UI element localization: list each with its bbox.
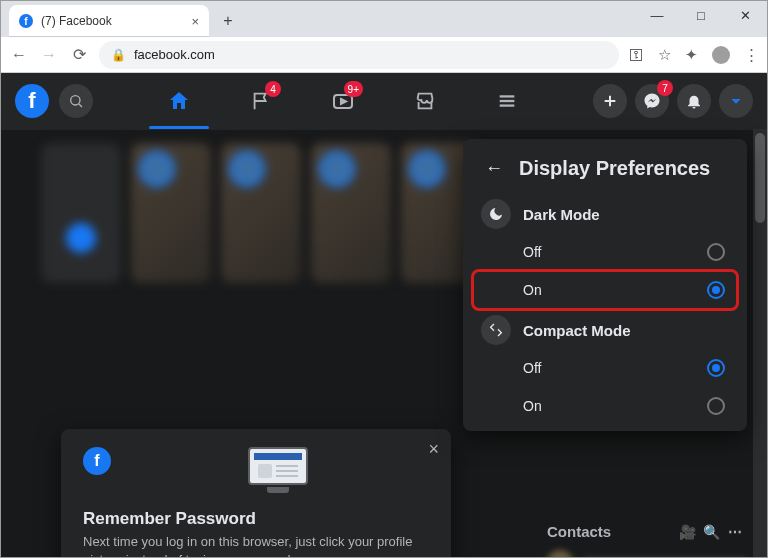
option-label: On: [523, 282, 542, 298]
facebook-logo-icon: f: [83, 447, 111, 475]
nav-home-tab[interactable]: [145, 77, 213, 125]
remember-password-card: × f Remember Password Next time you log …: [61, 429, 451, 557]
fb-topbar-right: 7: [593, 84, 753, 118]
hamburger-icon: [496, 90, 518, 112]
shop-icon: [414, 90, 436, 112]
option-label: Off: [523, 244, 541, 260]
address-bar[interactable]: 🔒 facebook.com: [99, 41, 619, 69]
tab-title: (7) Facebook: [41, 14, 112, 28]
home-icon: [167, 89, 191, 113]
remember-password-subtitle: Next time you log in on this browser, ju…: [83, 533, 429, 557]
radio-selected-icon: [707, 359, 725, 377]
chevron-down-icon: [728, 93, 744, 109]
compact-icon: [481, 315, 511, 345]
password-key-icon[interactable]: ⚿: [629, 46, 644, 63]
search-icon: [68, 93, 84, 109]
nav-menu-tab[interactable]: [473, 77, 541, 125]
nav-reload-button[interactable]: ⟳: [69, 45, 89, 65]
radio-selected-icon: [707, 281, 725, 299]
toolbar-right: ⚿ ☆ ✦ ⋮: [629, 46, 759, 64]
chrome-profile-avatar[interactable]: [712, 46, 730, 64]
story-card[interactable]: [131, 143, 211, 283]
plus-icon: [602, 93, 618, 109]
create-button[interactable]: [593, 84, 627, 118]
browser-tab-active[interactable]: f (7) Facebook ×: [9, 5, 209, 37]
window-close-button[interactable]: ✕: [723, 1, 767, 29]
back-button[interactable]: ←: [479, 153, 509, 183]
messenger-button[interactable]: 7: [635, 84, 669, 118]
compact-mode-label: Compact Mode: [523, 322, 631, 339]
tab-close-icon[interactable]: ×: [191, 14, 199, 29]
new-room-icon[interactable]: 🎥: [675, 524, 699, 540]
preferences-title: Display Preferences: [519, 157, 710, 180]
option-label: On: [523, 398, 542, 414]
display-preferences-panel: ← Display Preferences Dark Mode Off On: [463, 139, 747, 431]
pages-badge: 4: [265, 81, 281, 97]
bell-icon: [685, 92, 703, 110]
fb-search-button[interactable]: [59, 84, 93, 118]
window-minimize-button[interactable]: —: [635, 1, 679, 29]
option-label: Off: [523, 360, 541, 376]
chrome-menu-icon[interactable]: ⋮: [744, 46, 759, 64]
contacts-sidebar: Contacts 🎥 🔍 ⋯: [547, 519, 747, 557]
fb-topbar: f 4 9+: [1, 73, 767, 129]
window-controls: — □ ✕: [635, 1, 767, 29]
nav-back-button[interactable]: ←: [9, 45, 29, 65]
contacts-header: Contacts 🎥 🔍 ⋯: [547, 519, 747, 544]
create-story-card[interactable]: [41, 143, 121, 283]
compact-mode-on-option[interactable]: On: [473, 387, 737, 425]
radio-unselected-icon: [707, 397, 725, 415]
nav-pages-tab[interactable]: 4: [227, 77, 295, 125]
window-maximize-button[interactable]: □: [679, 1, 723, 29]
close-icon[interactable]: ×: [428, 439, 439, 460]
nav-forward-button[interactable]: →: [39, 45, 59, 65]
contact-item[interactable]: [547, 544, 747, 557]
dark-mode-on-option[interactable]: On: [473, 271, 737, 309]
nav-marketplace-tab[interactable]: [391, 77, 459, 125]
contacts-title: Contacts: [547, 523, 611, 540]
url-text: facebook.com: [134, 47, 215, 62]
svg-point-0: [71, 96, 80, 105]
compact-mode-section: Compact Mode: [473, 309, 737, 349]
radio-unselected-icon: [707, 243, 725, 261]
watch-badge: 9+: [344, 81, 363, 97]
fb-topbar-left: f: [15, 84, 93, 118]
dark-mode-label: Dark Mode: [523, 206, 600, 223]
compact-mode-off-option[interactable]: Off: [473, 349, 737, 387]
notifications-button[interactable]: [677, 84, 711, 118]
nav-watch-tab[interactable]: 9+: [309, 77, 377, 125]
remember-password-title: Remember Password: [83, 509, 429, 529]
moon-icon: [481, 199, 511, 229]
lock-icon: 🔒: [111, 48, 126, 62]
dark-mode-off-option[interactable]: Off: [473, 233, 737, 271]
extensions-puzzle-icon[interactable]: ✦: [685, 46, 698, 64]
messenger-icon: [643, 92, 661, 110]
facebook-app: f 4 9+: [1, 73, 767, 557]
fb-center-tabs: 4 9+: [93, 77, 593, 125]
search-contacts-icon[interactable]: 🔍: [699, 524, 723, 540]
bookmark-star-icon[interactable]: ☆: [658, 46, 671, 64]
browser-toolbar: ← → ⟳ 🔒 facebook.com ⚿ ☆ ✦ ⋮: [1, 37, 767, 73]
contacts-options-icon[interactable]: ⋯: [723, 524, 747, 540]
monitor-illustration-icon: [248, 447, 308, 495]
messenger-badge: 7: [657, 80, 673, 96]
svg-line-1: [79, 104, 82, 107]
dark-mode-section: Dark Mode: [473, 193, 737, 233]
story-card[interactable]: [311, 143, 391, 283]
facebook-logo-icon[interactable]: f: [15, 84, 49, 118]
story-card[interactable]: [221, 143, 301, 283]
facebook-favicon-icon: f: [19, 14, 33, 28]
browser-window: f (7) Facebook × + — □ ✕ ← → ⟳ 🔒 faceboo…: [0, 0, 768, 558]
new-tab-button[interactable]: +: [215, 8, 241, 34]
browser-tabbar: f (7) Facebook × + — □ ✕: [1, 1, 767, 37]
account-menu-button[interactable]: [719, 84, 753, 118]
